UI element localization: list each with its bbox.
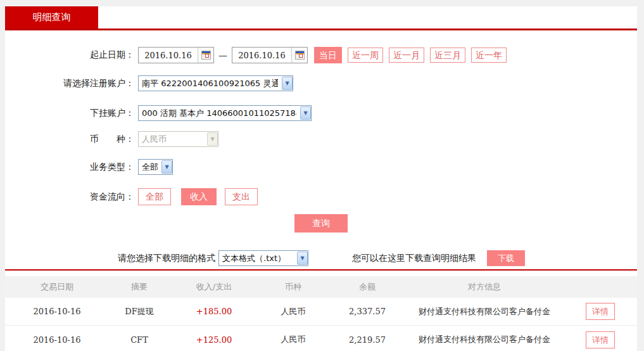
currency-row: 币 种： 人民币 ▼ xyxy=(5,131,637,147)
currency-select: 人民币 ▼ xyxy=(138,131,218,147)
download-format-label: 请您选择下载明细的格式 xyxy=(118,253,215,264)
query-button[interactable]: 查询 xyxy=(294,214,348,233)
calendar-icon xyxy=(201,51,211,60)
download-format-select[interactable]: 文本格式（.txt） ▼ xyxy=(218,250,308,266)
cell-amount: +125.00 xyxy=(179,335,249,345)
cell-summary: DF提现 xyxy=(101,306,177,317)
cell-balance: 2,219.57 xyxy=(332,335,402,345)
download-button[interactable]: 下载 xyxy=(487,250,525,266)
flow-expense-button[interactable]: 支出 xyxy=(225,188,258,205)
date-range-label: 起止日期： xyxy=(5,49,134,61)
chevron-down-icon: ▼ xyxy=(282,77,293,90)
cell-counterparty: 财付通支付科技有限公司客户备付金 xyxy=(402,334,567,345)
detail-button[interactable]: 详情 xyxy=(586,331,615,348)
header-currency: 币种 xyxy=(262,281,325,293)
detail-query-panel: 明细查询 起止日期： 2016.10.16 — 2016.10.16 当日 近一… xyxy=(5,6,637,351)
business-type-row: 业务类型： 全部 ▼ xyxy=(5,159,637,175)
business-type-label: 业务类型： xyxy=(5,162,134,173)
date-range-row: 起止日期： 2016.10.16 — 2016.10.16 当日 近一周 近一月… xyxy=(5,47,637,63)
table-row: 2016-10-16 DF提现 +185.00 人民币 2,337.57 财付通… xyxy=(5,298,637,326)
table-header-row: 交易日期 摘要 收入/支出 币种 余额 对方信息 xyxy=(5,276,637,298)
currency-label: 币 种： xyxy=(5,134,134,145)
business-type-value: 全部 xyxy=(142,162,158,173)
date-separator: — xyxy=(218,50,227,60)
date-from-calendar-button[interactable] xyxy=(198,48,213,63)
currency-value: 人民币 xyxy=(142,134,203,145)
date-to-calendar-button[interactable] xyxy=(291,48,307,63)
tab-underline xyxy=(5,29,637,30)
header-counterparty: 对方信息 xyxy=(402,281,567,293)
sub-account-label: 下挂账户： xyxy=(5,108,134,119)
chevron-down-icon: ▼ xyxy=(161,160,172,174)
fund-flow-label: 资金流向： xyxy=(5,191,134,203)
tab-detail-query[interactable]: 明细查询 xyxy=(5,6,98,29)
cell-trade-date: 2016-10-16 xyxy=(13,335,101,345)
date-from-value: 2016.10.16 xyxy=(139,51,198,60)
table-top-line xyxy=(5,269,637,271)
header-summary: 摘要 xyxy=(101,281,177,293)
fund-flow-row: 资金流向： 全部 收入 支出 xyxy=(5,188,637,205)
table-row: 2016-10-16 CFT +125.00 人民币 2,219.57 财付通支… xyxy=(5,326,637,351)
quick-range-quarter-button[interactable]: 近三月 xyxy=(430,48,465,63)
download-row: 请您选择下载明细的格式 文本格式（.txt） ▼ 您可以在这里下载查询明细结果 … xyxy=(5,250,637,266)
cell-trade-date: 2016-10-16 xyxy=(13,307,101,316)
date-to-input[interactable]: 2016.10.16 xyxy=(232,47,308,63)
sub-account-value: 000 活期 基本户 1406600101102571848 xyxy=(142,108,296,119)
download-hint-text: 您可以在这里下载查询明细结果 xyxy=(352,253,476,264)
detail-button[interactable]: 详情 xyxy=(586,303,615,320)
quick-range-week-button[interactable]: 近一周 xyxy=(348,48,383,63)
flow-all-button[interactable]: 全部 xyxy=(138,188,171,205)
registered-account-label: 请选择注册账户： xyxy=(5,78,134,89)
header-trade-date: 交易日期 xyxy=(13,281,101,293)
cell-balance: 2,337.57 xyxy=(332,307,402,316)
quick-range-month-button[interactable]: 近一月 xyxy=(389,48,424,63)
header-balance: 余额 xyxy=(332,281,402,293)
cell-counterparty: 财付通支付科技有限公司客户备付金 xyxy=(402,306,567,317)
chevron-down-icon: ▼ xyxy=(207,132,218,146)
sub-account-select[interactable]: 000 活期 基本户 1406600101102571848 ▼ xyxy=(138,105,312,121)
date-from-input[interactable]: 2016.10.16 xyxy=(138,47,214,63)
chevron-down-icon: ▼ xyxy=(300,106,311,120)
business-type-select[interactable]: 全部 ▼ xyxy=(138,159,173,175)
header-income-expense: 收入/支出 xyxy=(179,281,249,293)
calendar-icon xyxy=(295,51,305,60)
registered-account-value: 南平 6222001406100921065 灵通卡 xyxy=(142,78,278,89)
quick-range-today-button[interactable]: 当日 xyxy=(314,47,342,63)
cell-summary: CFT xyxy=(101,335,177,345)
quick-range-year-button[interactable]: 近一年 xyxy=(471,48,507,63)
date-to-value: 2016.10.16 xyxy=(232,51,291,60)
cell-currency: 人民币 xyxy=(262,306,325,317)
cell-amount: +185.00 xyxy=(179,307,249,316)
sub-account-row: 下挂账户： 000 活期 基本户 1406600101102571848 ▼ xyxy=(5,105,637,121)
registered-account-row: 请选择注册账户： 南平 6222001406100921065 灵通卡 ▼ xyxy=(5,75,637,91)
registered-account-select[interactable]: 南平 6222001406100921065 灵通卡 ▼ xyxy=(138,75,293,91)
flow-income-button[interactable]: 收入 xyxy=(181,188,217,205)
download-format-value: 文本格式（.txt） xyxy=(222,253,293,264)
cell-currency: 人民币 xyxy=(262,334,325,345)
chevron-down-icon: ▼ xyxy=(297,252,308,265)
